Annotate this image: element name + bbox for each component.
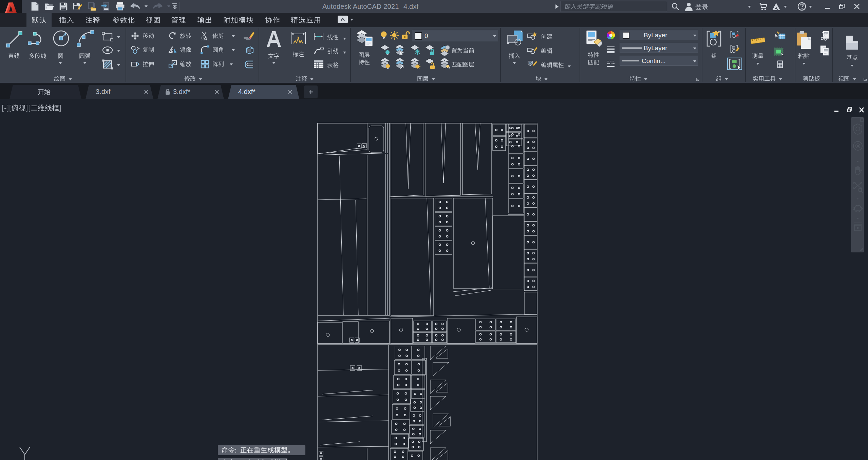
bedit-label[interactable] <box>541 47 552 55</box>
help-dropdown[interactable] <box>809 5 812 8</box>
attr-edit-icon[interactable] <box>527 60 537 69</box>
cart-icon[interactable] <box>759 2 768 11</box>
ellipse-flyout[interactable] <box>117 49 120 52</box>
color-wheel-icon[interactable] <box>606 31 616 40</box>
arc-flyout[interactable] <box>83 61 87 64</box>
qat-undo-dropdown[interactable] <box>144 5 148 8</box>
linear-label[interactable] <box>327 34 339 41</box>
doc-minimize-button[interactable] <box>833 107 840 113</box>
modify-镜像-label[interactable] <box>180 46 191 54</box>
linear-flyout[interactable] <box>343 37 346 40</box>
basepoint-icon[interactable] <box>842 35 862 51</box>
qat-save-web-mobile-button[interactable] <box>101 1 111 12</box>
bcreate-label[interactable] <box>541 33 552 40</box>
ribbon-tab-0[interactable] <box>26 13 52 27</box>
leader-icon[interactable] <box>313 45 324 55</box>
file-tab-3dxf[interactable]: 3.dxf <box>86 85 153 99</box>
layer-combo[interactable]: 0 <box>412 30 498 41</box>
table-label[interactable] <box>327 62 339 69</box>
layer-makecurrent-icon[interactable] <box>439 45 451 56</box>
workspace-button[interactable] <box>338 16 348 23</box>
ribbon-tab-4[interactable] <box>140 13 166 27</box>
ribbon-tab-6[interactable] <box>192 13 217 27</box>
panel-modify-expand[interactable] <box>199 78 203 81</box>
leader-flyout[interactable] <box>343 51 346 54</box>
new-tab-button[interactable] <box>304 85 318 98</box>
zoom-icon[interactable] <box>852 181 863 193</box>
modify-旋转-label[interactable] <box>180 33 191 40</box>
镜像-icon[interactable] <box>168 45 177 55</box>
layer-properties-icon[interactable] <box>355 29 374 47</box>
table-icon[interactable] <box>313 59 324 69</box>
lineweight-field[interactable]: ByLayer <box>620 43 698 53</box>
pan-icon[interactable] <box>853 165 863 176</box>
search-field[interactable] <box>560 1 667 12</box>
layer-match-icon[interactable] <box>439 58 451 69</box>
search-icon[interactable] <box>671 2 680 11</box>
layer-combo-dropdown[interactable] <box>493 35 496 38</box>
hatch-flyout[interactable] <box>117 63 120 66</box>
layer-off-icon[interactable] <box>379 45 391 56</box>
layer-isolate-icon[interactable] <box>394 45 406 56</box>
dimlinear-icon[interactable] <box>313 32 324 41</box>
unlock-icon[interactable] <box>401 31 410 40</box>
offset-tool-icon[interactable] <box>243 59 255 70</box>
修剪-icon[interactable] <box>200 31 210 41</box>
qat-plot-button[interactable] <box>115 1 125 12</box>
ellipse-tool-icon[interactable] <box>102 45 113 55</box>
signin-label[interactable] <box>695 3 708 11</box>
tab-close-icon[interactable] <box>288 90 293 94</box>
drawing-area[interactable] <box>0 99 868 460</box>
view-launcher[interactable] <box>863 77 868 81</box>
ribbon-tab-7[interactable] <box>218 13 260 27</box>
layer-lock-icon[interactable] <box>424 45 436 56</box>
doc-restore-button[interactable] <box>846 106 853 113</box>
ribbon-tab-9[interactable] <box>286 13 326 27</box>
layer-unisolate-icon[interactable] <box>394 58 406 69</box>
orbit-icon[interactable] <box>853 203 863 214</box>
match-props-icon[interactable] <box>584 29 603 49</box>
ribbon-tab-3[interactable] <box>107 13 140 27</box>
text-flyout[interactable] <box>272 61 276 64</box>
search-expand-icon[interactable] <box>555 4 559 9</box>
qat-customize-button[interactable] <box>172 3 178 10</box>
window-restore-button[interactable] <box>838 3 846 10</box>
panel-group-expand[interactable] <box>724 78 729 81</box>
insert-flyout[interactable] <box>512 61 516 64</box>
matchlayer-label[interactable] <box>451 61 474 68</box>
color-dropdown[interactable] <box>693 34 697 37</box>
移动-icon[interactable] <box>130 31 140 41</box>
color-field[interactable]: ByLayer <box>620 30 698 40</box>
signin-dropdown[interactable] <box>748 5 751 8</box>
ribbon-tab-1[interactable] <box>54 13 79 27</box>
copyclip-icon[interactable] <box>819 44 830 56</box>
panel-props-expand[interactable] <box>644 78 648 81</box>
panel-view-expand[interactable] <box>852 78 856 81</box>
erase-tool-icon[interactable] <box>243 31 255 41</box>
qat-save-button[interactable] <box>58 1 69 12</box>
file-tab-3dxf-locked[interactable]: 3.dxf* <box>157 85 224 99</box>
panel-util-expand[interactable] <box>778 78 782 81</box>
user-icon[interactable] <box>684 2 694 11</box>
props-launcher[interactable] <box>696 77 700 81</box>
bulb-on-icon[interactable] <box>379 31 388 40</box>
trim-flyout[interactable] <box>231 35 235 38</box>
window-close-button[interactable] <box>853 3 861 10</box>
panel-layer-expand[interactable] <box>431 78 435 81</box>
viewport-controls[interactable] <box>2 104 61 113</box>
qat-open-web-mobile-button[interactable] <box>87 1 97 12</box>
measure-flyout[interactable] <box>756 62 760 65</box>
navbar-grip2[interactable] <box>860 247 864 251</box>
groupedit-icon[interactable] <box>730 43 740 54</box>
modify-移动-label[interactable] <box>143 33 154 40</box>
拉伸-icon[interactable] <box>130 59 140 69</box>
圆角-icon[interactable] <box>200 45 210 55</box>
qat-open-button[interactable] <box>44 1 54 12</box>
sun-icon[interactable] <box>390 31 399 40</box>
file-tab-start[interactable] <box>10 85 81 99</box>
explode-tool-icon[interactable] <box>243 45 255 56</box>
leader-label[interactable] <box>327 48 339 55</box>
showmotion-icon[interactable] <box>853 222 863 232</box>
battr-flyout[interactable] <box>567 65 571 68</box>
store-dropdown[interactable] <box>784 5 787 8</box>
